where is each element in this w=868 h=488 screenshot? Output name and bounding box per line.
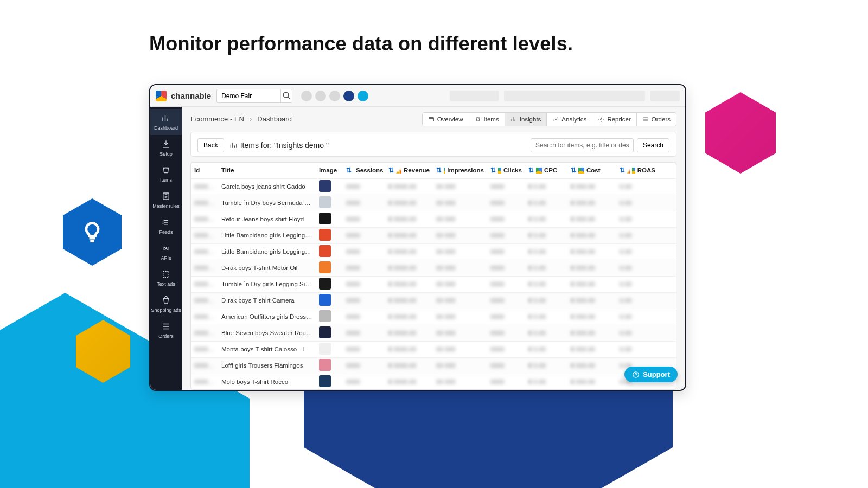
table-row[interactable]: 00000…D-rak boys T-shirt Motor Oil000000… [191,260,676,277]
back-button[interactable]: Back [197,138,224,152]
table-row[interactable]: 00000…Tumble `n Dry girls Legging Sierra… [191,277,676,293]
col-id[interactable]: Id [191,167,218,174]
search-icon[interactable] [280,89,292,103]
sidebar-item-master-rules[interactable]: Master rules [150,187,182,213]
product-thumb [319,343,331,355]
col-label: Id [194,167,200,174]
table-row[interactable]: 00000…Molo boys T-shirt Rocco00000000.00… [191,374,676,390]
col-revenue[interactable]: ⇅Revenue [385,166,433,174]
tab-orders[interactable]: Orders [637,113,676,126]
table-row[interactable]: 00000…Blue Seven boys Sweater Route 5300… [191,325,676,342]
breadcrumb-page[interactable]: Dashboard [257,115,292,123]
blurred-control [504,91,645,101]
orders-icon [642,116,649,123]
table-row[interactable]: 00000…Lofff girls Trousers Flamingos0000… [191,358,676,374]
tab-insights[interactable]: Insights [505,113,547,126]
cell-image [316,245,343,258]
cell-cost: 000.00 [567,216,616,222]
sidebar-item-shopping-ads[interactable]: Shopping ads [150,291,182,317]
cell-title: Molo boys T-shirt Rocco [218,378,316,385]
col-cost[interactable]: ⇅Cost [567,166,616,174]
col-impressions[interactable]: ⇅Impressions [433,166,487,174]
cell-roas: 0.00 [616,200,659,206]
sidebar-item-text-ads[interactable]: Text ads [150,265,182,291]
cell-revenue: 0000.00 [385,232,433,239]
table-row[interactable]: 00000…Garcia boys jeans shirt Gaddo00000… [191,179,676,195]
sidebar-item-setup[interactable]: Setup [150,135,182,161]
cell-title: Garcia boys jeans shirt Gaddo [218,183,316,190]
product-thumb [319,245,331,257]
cell-impressions: 00 000 [433,183,487,190]
cell-title: D-rak boys T-shirt Motor Oil [218,265,316,271]
status-dot-cyan [358,91,368,101]
svg-point-0 [283,92,288,97]
table-row[interactable]: 00000…Monta boys T-shirt Calosso - L0000… [191,342,676,358]
source-icon [578,168,584,174]
main: Ecommerce - EN › Dashboard OverviewItems… [182,107,685,390]
cell-cost: 000.00 [567,313,616,320]
cell-clicks: 0000 [487,378,525,385]
tab-label: Repricer [607,116,630,123]
col-sessions[interactable]: ⇅Sessions [343,166,385,174]
cell-id: 00000… [191,200,218,206]
blurred-control [450,91,499,101]
sidebar-item-feeds[interactable]: Feeds [150,213,182,239]
cell-title: Little Bampidano girls Legging Bedia [218,232,316,239]
table-row[interactable]: 00000…Little Bampidano girls Legging Bed… [191,244,676,260]
table-row[interactable]: 00000…Retour Jeans boys shirt Floyd00000… [191,211,676,228]
col-roas[interactable]: ⇅ROAS [616,166,659,174]
breadcrumb-row: Ecommerce - EN › Dashboard OverviewItems… [182,107,685,132]
support-button[interactable]: Support [624,367,678,382]
product-thumb [319,310,331,322]
sidebar-label: Feeds [159,229,173,235]
cell-revenue: 0000.00 [385,313,433,320]
cell-clicks: 0000 [487,281,525,287]
cell-impressions: 00 000 [433,378,487,385]
cell-title: Tumble `n Dry girls Legging Sierra [218,281,316,287]
cell-image [316,310,343,323]
cell-roas: 0.00 [616,183,659,190]
col-image[interactable]: Image [316,167,343,174]
cell-image [316,375,343,388]
cell-image [316,343,343,356]
table-row[interactable]: 00000…Tumble `n Dry boys Bermuda Granby0… [191,195,676,211]
tab-repricer[interactable]: Repricer [592,113,636,126]
decor-hex-yellow [76,320,130,383]
breadcrumb-project[interactable]: Ecommerce - EN [190,115,244,123]
table-row[interactable]: 00000…American Outfitters girls Dress Su… [191,309,676,325]
tab-analytics[interactable]: Analytics [547,113,592,126]
cell-sessions: 0000 [343,248,385,255]
cell-id: 00000… [191,248,218,255]
items-icon [475,116,481,123]
cell-roas: 0.00 [616,216,659,222]
sidebar-icon [161,165,171,175]
col-title[interactable]: Title [218,167,316,174]
sidebar-item-dashboard[interactable]: Dashboard [150,109,182,135]
cell-cpc: 0.00 [525,232,567,239]
topbar-right [450,91,680,101]
cell-revenue: 0000.00 [385,281,433,287]
sidebar-item-orders[interactable]: Orders [150,317,182,343]
cell-sessions: 0000 [343,378,385,385]
top-search-input[interactable] [217,92,280,100]
sidebar-icon [161,322,171,331]
sidebar-item-items[interactable]: Items [150,161,182,187]
items-search-input[interactable] [531,138,634,152]
cell-cost: 000.00 [567,281,616,287]
cell-impressions: 00 000 [433,281,487,287]
product-thumb [319,294,331,306]
cell-revenue: 0000.00 [385,265,433,271]
table-row[interactable]: 00000…D-rak boys T-shirt Camera00000000.… [191,293,676,309]
top-search[interactable] [216,89,292,103]
cell-id: 00000… [191,330,218,336]
status-dot [329,91,340,101]
sidebar-item-apis[interactable]: APIs [150,239,182,265]
items-search-button[interactable]: Search [637,138,669,152]
tab-overview[interactable]: Overview [423,113,469,126]
col-clicks[interactable]: ⇅Clicks [487,166,525,174]
tab-items[interactable]: Items [469,113,505,126]
col-cpc[interactable]: ⇅CPC [525,166,567,174]
cell-image [316,261,343,274]
table-row[interactable]: 00000…Little Bampidano girls Legging Bed… [191,228,676,244]
cell-cpc: 0.00 [525,378,567,385]
